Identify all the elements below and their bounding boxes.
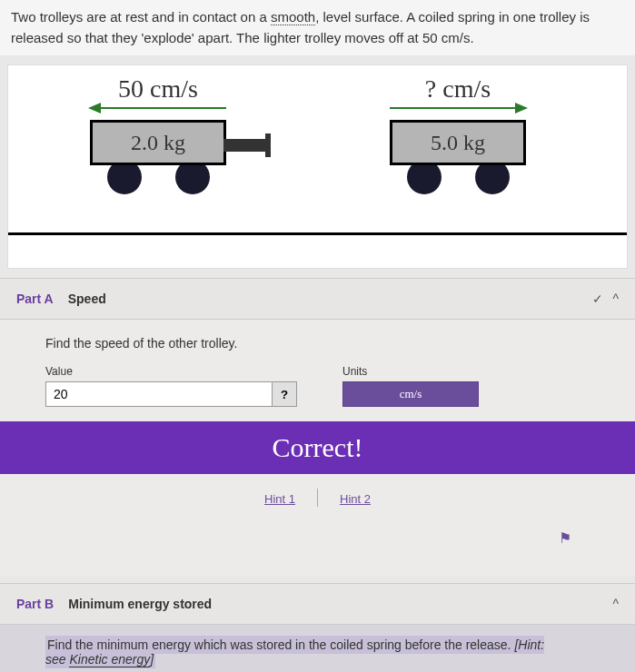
hint-close: ]	[150, 652, 154, 667]
part-a-title: Speed	[68, 292, 106, 306]
trolley-right: ? cm/s 5.0 kg	[390, 74, 526, 194]
hint-open: [Hint:	[514, 637, 544, 652]
ground-line	[8, 232, 627, 235]
hints-row: Hint 1 Hint 2	[45, 489, 590, 509]
units-value: cm/s	[400, 387, 422, 401]
caret-up-icon: ^	[612, 292, 619, 306]
trolley-left-body: 2.0 kg	[90, 120, 226, 165]
arrow-left-icon	[90, 107, 226, 109]
part-a-label: Part A	[16, 292, 54, 306]
right-mass-label: 5.0 kg	[431, 131, 485, 155]
part-b-header[interactable]: Part B Minimum energy stored ^	[0, 583, 635, 625]
arrow-right-icon	[390, 107, 526, 109]
value-input[interactable]	[45, 381, 273, 407]
term-smooth[interactable]: smooth	[271, 9, 315, 25]
problem-line1-post: , level surface. A coiled spring in one …	[315, 9, 590, 25]
caret-up-icon: ^	[612, 597, 619, 611]
part-b-question-pre: Find the minimum energy which was stored…	[47, 637, 514, 652]
value-label: Value	[45, 365, 297, 378]
part-b-body: Find the minimum energy which was stored…	[0, 625, 635, 672]
hint-see: see	[45, 652, 69, 667]
check-icon: ✓	[592, 292, 603, 306]
part-a-header[interactable]: Part A Speed ✓ ^	[0, 278, 635, 320]
diagram: 50 cm/s 2.0 kg ? cm/s 5.0 kg	[7, 64, 628, 269]
trolley-right-body: 5.0 kg	[390, 120, 526, 165]
problem-line1-pre: Two trolleys are at rest and in contact …	[11, 9, 271, 25]
part-a-question: Find the speed of the other trolley.	[45, 336, 590, 351]
left-velocity-label: 50 cm/s	[90, 74, 226, 104]
part-b-title: Minimum energy stored	[68, 597, 212, 611]
hint-1-link[interactable]: Hint 1	[243, 489, 317, 509]
kinetic-energy-link[interactable]: Kinetic energy	[69, 652, 150, 667]
value-column: Value ?	[45, 365, 297, 407]
part-b-question: Find the minimum energy which was stored…	[45, 637, 590, 667]
left-mass-label: 2.0 kg	[131, 131, 185, 155]
units-label: Units	[342, 365, 479, 378]
problem-line2: released so that they 'explode' apart. T…	[11, 30, 474, 45]
units-select[interactable]: cm/s	[342, 381, 479, 407]
correct-banner: Correct!	[0, 421, 635, 474]
help-button[interactable]: ?	[272, 381, 297, 407]
spring-icon	[223, 139, 267, 152]
hint-2-link[interactable]: Hint 2	[318, 489, 392, 509]
problem-statement: Two trolleys are at rest and in contact …	[0, 0, 635, 55]
part-b-label: Part B	[16, 597, 54, 611]
trolley-left: 50 cm/s 2.0 kg	[90, 74, 226, 194]
right-velocity-label: ? cm/s	[390, 74, 526, 104]
flag-icon[interactable]: ⚑	[559, 530, 571, 546]
units-column: Units cm/s	[342, 365, 479, 407]
part-a-body: Find the speed of the other trolley. Val…	[0, 320, 635, 576]
